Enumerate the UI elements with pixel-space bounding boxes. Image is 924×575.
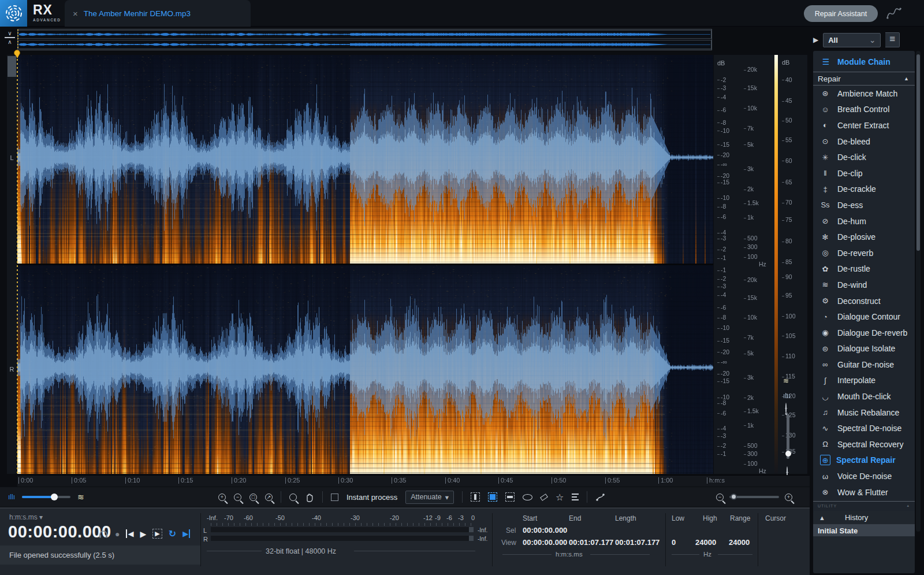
- horizontal-zoom-slider[interactable]: [729, 496, 779, 498]
- horizontal-zoom-knob[interactable]: [731, 494, 737, 500]
- curve-tool-icon[interactable]: [595, 493, 605, 502]
- channel-label-left[interactable]: L: [7, 154, 17, 161]
- module-item-guitar-de-noise[interactable]: ∞Guitar De-noise: [813, 357, 915, 373]
- view-high-value[interactable]: 24000: [695, 538, 716, 547]
- overview-collapse-control[interactable]: ∨ ∧: [3, 31, 16, 44]
- sel-start-value[interactable]: 00:00:00.000: [523, 526, 567, 535]
- collapsed-section-header[interactable]: UTILITY ▴: [813, 501, 915, 508]
- time-frequency-selection-tool[interactable]: [488, 492, 497, 502]
- zoom-tool-icon[interactable]: [289, 494, 297, 501]
- zoom-selection-icon[interactable]: [249, 494, 257, 501]
- module-filter-dropdown[interactable]: All ⌄: [823, 33, 881, 47]
- hand-tool-icon[interactable]: [305, 492, 314, 502]
- repair-assistant-button[interactable]: Repair Assistant: [804, 5, 878, 22]
- peak-readout-left[interactable]: -Inf.: [478, 527, 487, 533]
- module-item-wow-flutter[interactable]: ⊗Wow & Flutter: [813, 484, 915, 500]
- module-item-de-reverb[interactable]: ◎De-reverb: [813, 245, 915, 261]
- module-item-dialogue-de-reverb[interactable]: ◉Dialogue De-reverb: [813, 325, 915, 341]
- vertical-zoom-in-icon[interactable]: [785, 403, 787, 414]
- channel-gutter[interactable]: L R: [7, 55, 17, 474]
- channel-label-right[interactable]: R: [7, 366, 17, 373]
- time-format-selector[interactable]: h:m:s.ms ▾: [9, 513, 43, 521]
- time-selection-tool[interactable]: [471, 492, 480, 502]
- record-icon[interactable]: ●: [115, 529, 120, 539]
- volume-knob[interactable]: [51, 494, 58, 500]
- zoom-out-icon[interactable]: [234, 494, 241, 501]
- feather-tool-icon[interactable]: [572, 494, 579, 501]
- zoom-fit-icon[interactable]: [265, 494, 273, 501]
- module-item-music-rebalance[interactable]: ♫Music Rebalance: [813, 405, 915, 421]
- peak-readout-right[interactable]: -Inf.: [478, 536, 487, 542]
- module-item-interpolate[interactable]: ∫Interpolate: [813, 373, 915, 389]
- preview-play-icon[interactable]: ▶: [813, 36, 818, 44]
- scrollbar-thumb[interactable]: [916, 54, 920, 251]
- volume-slider[interactable]: [22, 496, 70, 498]
- module-item-de-click[interactable]: ✳De-click: [813, 149, 915, 165]
- play-selection-icon[interactable]: ▶: [152, 529, 162, 539]
- zoom-in-icon[interactable]: [218, 494, 226, 501]
- frequency-selection-tool[interactable]: [505, 492, 515, 502]
- view-end-value[interactable]: 00:01:07.177: [569, 538, 613, 547]
- module-item-de-hum[interactable]: ⊘De-hum: [813, 213, 915, 229]
- time-ruler[interactable]: 0:000:050:100:150:200:250:300:350:400:45…: [17, 475, 810, 487]
- history-item[interactable]: Initial State: [813, 525, 915, 536]
- monitor-headphones-icon[interactable]: [98, 529, 109, 539]
- file-tab[interactable]: × The Amber Menhir DEMO.mp3: [65, 0, 251, 27]
- meter-bars-icon[interactable]: ılıı: [783, 392, 791, 400]
- waveform-view-icon[interactable]: ıllı: [8, 493, 15, 501]
- spectrogram-mix-icon[interactable]: ≋: [783, 377, 789, 385]
- izotope-rx-logo-icon[interactable]: [0, 0, 27, 27]
- menu-icon[interactable]: ≡: [885, 32, 900, 47]
- brush-tool-icon[interactable]: [540, 494, 548, 501]
- module-item-de-wind[interactable]: ≋De-wind: [813, 277, 915, 293]
- module-item-de-crackle[interactable]: ‡De-crackle: [813, 181, 915, 198]
- spectrogram-canvas[interactable]: [17, 55, 713, 474]
- module-item-spectral-recovery[interactable]: ΩSpectral Recovery: [813, 436, 915, 452]
- module-item-dialogue-contour[interactable]: ◔Dialogue Contour: [813, 309, 915, 325]
- overview-waveform-canvas[interactable]: [18, 29, 711, 50]
- history-header[interactable]: ▲ History: [813, 511, 915, 525]
- instant-process-checkbox[interactable]: [331, 494, 338, 501]
- waveform-overview[interactable]: [17, 29, 712, 50]
- tab-close-icon[interactable]: ×: [73, 9, 78, 18]
- module-item-de-clip[interactable]: ‖De-clip: [813, 165, 915, 181]
- module-item-de-ess[interactable]: SsDe-ess: [813, 197, 915, 213]
- module-item-ambience-match[interactable]: ⊛Ambience Match: [813, 86, 915, 102]
- module-item-spectral-de-noise[interactable]: ∿Spectral De-noise: [813, 420, 915, 436]
- view-start-value[interactable]: 00:00:00.000: [523, 538, 567, 547]
- module-item-voice-de-noise[interactable]: ωVoice De-noise: [813, 468, 915, 484]
- module-item-de-rustle[interactable]: ✿De-rustle: [813, 261, 915, 277]
- vertical-zoom-slider[interactable]: [787, 414, 789, 459]
- signal-flow-icon[interactable]: [886, 6, 902, 21]
- loop-icon[interactable]: ↻: [169, 528, 176, 539]
- playhead-marker[interactable]: [14, 50, 21, 58]
- horizontal-zoom-in-icon[interactable]: [785, 494, 792, 501]
- module-item-spectral-repair[interactable]: ⊕Spectral Repair: [813, 452, 915, 469]
- sidebar-scrollbar[interactable]: [916, 51, 921, 532]
- skip-to-start-icon[interactable]: ◀: [126, 529, 133, 538]
- module-item-de-bleed[interactable]: ⊙De-bleed: [813, 133, 915, 150]
- module-item-center-extract[interactable]: ◐Center Extract: [813, 117, 915, 133]
- spectrogram-settings-icon[interactable]: ≋: [77, 492, 84, 502]
- module-item-mouth-de-click[interactable]: ◡Mouth De-click: [813, 388, 915, 405]
- playhead-time-display[interactable]: 00:00:00.000: [8, 522, 111, 541]
- repair-section-header[interactable]: Repair ▲: [813, 72, 915, 86]
- module-item-deconstruct[interactable]: ⚙Deconstruct: [813, 293, 915, 309]
- view-length-value[interactable]: 00:01:07.177: [615, 538, 660, 547]
- horizontal-zoom-out-icon[interactable]: [716, 494, 724, 501]
- module-chain-item[interactable]: ☰ Module Chain: [813, 54, 915, 69]
- skip-to-end-icon[interactable]: ▶: [182, 529, 190, 538]
- lasso-tool-icon[interactable]: [523, 494, 532, 500]
- module-item-breath-control[interactable]: ☺Breath Control: [813, 102, 915, 118]
- spectrogram-display[interactable]: [17, 55, 713, 474]
- spectrogram-legend-gradient[interactable]: [774, 55, 778, 474]
- view-low-value[interactable]: 0: [672, 538, 676, 547]
- view-range-value[interactable]: 24000: [729, 538, 750, 547]
- module-item-dialogue-isolate[interactable]: ⊜Dialogue Isolate: [813, 341, 915, 357]
- module-item-de-plosive[interactable]: ✻De-plosive: [813, 229, 915, 245]
- magic-wand-tool-icon[interactable]: ☆: [556, 492, 564, 503]
- channel-select-handle[interactable]: [8, 56, 16, 77]
- vertical-zoom-knob[interactable]: [785, 451, 791, 457]
- play-icon[interactable]: ▶: [140, 529, 146, 539]
- process-mode-dropdown[interactable]: Attenuate ▾: [405, 491, 454, 504]
